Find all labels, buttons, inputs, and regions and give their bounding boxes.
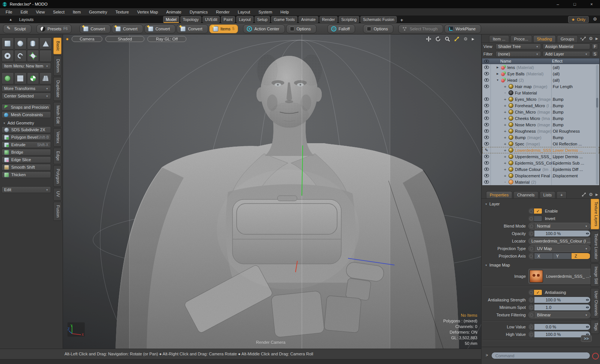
view-dropdown[interactable]: Shader Tree ▼ [495,43,541,49]
enable-checkbox[interactable]: ✓Enable [528,208,558,214]
layout-tab[interactable]: Topology [180,16,201,23]
menu-item[interactable]: Vertex Map [133,8,162,16]
toolbar-button[interactable]: Options [363,24,393,33]
toolbox-tab[interactable]: Polygon [53,165,62,187]
visibility-toggle[interactable] [482,66,490,69]
layer-effect[interactable]: (all) [553,72,560,76]
layer-effect[interactable]: Lower Dermis ... [553,148,583,153]
menu-item[interactable]: Select [49,8,69,16]
toolbar-button[interactable]: Falloff [327,24,356,33]
visibility-toggle[interactable] [482,85,490,88]
center-selected-dropdown[interactable]: Center Selected ▼ [2,93,51,99]
shader-tree-row[interactable]: Upperdermis_SSS_ ... Upper Dermis ... [482,153,599,160]
menu-item[interactable]: Texture [111,8,133,16]
command-input[interactable] [491,352,590,359]
invert-checkbox[interactable]: Invert [528,216,555,222]
shader-tree-row[interactable]: Epidermis_SSS_Col ... Epidermis Sub ... [482,160,599,166]
toolbar-button[interactable]: Convert [112,24,143,33]
shader-tree-row[interactable]: Roughness (Image) Oil Roughness [482,128,599,134]
channel-dot[interactable] [529,331,534,337]
opacity-field[interactable]: 100.0 % [528,230,591,237]
toolbar-button[interactable]: Options [286,24,316,33]
toolbox-tab[interactable]: Fusion [53,202,62,221]
add-layer-dropdown[interactable]: Add Layer ▼ [543,51,590,57]
stepper-arrows[interactable] [584,297,590,303]
channel-dot[interactable] [528,289,534,295]
aa-strength-field[interactable]: 100.0 % [528,297,591,303]
primitive-tool-button[interactable] [2,50,14,62]
f-button[interactable]: F [592,43,598,49]
menu-item[interactable]: Item [69,8,85,16]
primitive-tool-button[interactable] [27,37,39,49]
viewport-mode-button[interactable]: Shaded [105,36,144,42]
channel-dot[interactable] [528,253,534,259]
layer-effect[interactable]: Oil Roughness [553,129,580,133]
primitive-tool-button[interactable] [39,50,52,62]
visibility-toggle[interactable] [482,123,490,126]
layer-effect[interactable]: Epidermis Diff ... [553,167,583,172]
layout-tab[interactable]: Setup [255,16,270,23]
expand-toggle[interactable] [502,97,508,102]
expand-toggle[interactable] [502,154,508,159]
menu-item[interactable]: System [254,8,276,16]
primitive-tool-button[interactable] [14,37,27,49]
shader-tree-row[interactable]: Material (2) [482,179,599,185]
channel-dot[interactable] [528,216,534,222]
layout-tab[interactable]: Paint [221,16,235,23]
texture-filtering-dropdown[interactable]: Bilinear▼ [528,312,591,318]
viewport-gear-icon[interactable]: ⚙ [464,36,468,42]
layout-tab[interactable]: Layout [236,16,254,23]
gear-icon[interactable]: ⚙ [593,16,597,22]
minimize-button[interactable]: – [549,0,566,8]
layout-tab[interactable]: Animate [298,16,318,23]
add-geometry-section-header[interactable]: ▼ Add Geometry [3,121,50,125]
only-toggle[interactable]: ★ Only [568,16,589,23]
toolbar-button[interactable]: Sculpt [3,24,32,33]
more-transforms-dropdown[interactable]: More Transforms ▼ [2,85,51,92]
expand-toggle[interactable] [502,123,508,127]
toolbox-tab[interactable]: Deform [53,55,62,76]
viewport-mode-button[interactable]: Ray GL: Off [147,36,186,42]
layer-effect[interactable]: (all) [553,65,560,70]
shader-tree-row[interactable]: Eyes_Micro (Image ... Bump [482,96,599,102]
pop-out-icon[interactable] [582,36,586,41]
channel-dot[interactable] [528,208,534,214]
expand-toggle[interactable] [502,148,508,153]
expand-toggle[interactable] [502,84,508,89]
menu-item[interactable]: Geometry [85,8,111,16]
toolbox-tab[interactable]: Edge [53,148,62,164]
low-value-field[interactable]: 0.0 % [528,324,591,330]
viewport-menu-dot[interactable] [66,38,69,40]
expand-toggle[interactable] [495,78,500,82]
s-button[interactable]: S [592,51,598,57]
toolbar-button[interactable]: Presets F6 [36,24,72,33]
blend-mode-dropdown[interactable]: Normal▼ [528,223,591,229]
item-tool-button[interactable] [39,72,52,84]
viewport-mode-button[interactable]: Camera [72,36,102,42]
expand-toggle[interactable] [502,91,508,94]
menu-item[interactable]: Layout [234,8,254,16]
menu-item[interactable]: Animate [162,8,185,16]
toolbox-tab[interactable]: Mesh Edit [53,102,62,127]
channel-dot[interactable] [529,304,534,310]
pan-icon[interactable] [426,36,431,42]
tree-scrollbar[interactable] [596,65,598,184]
toolbar-button[interactable]: Convert [144,24,176,33]
visibility-toggle[interactable] [482,78,490,82]
visibility-toggle[interactable] [482,174,490,177]
collapse-arrow-icon[interactable]: ▲ [9,18,12,21]
properties-tab[interactable]: + [556,191,566,198]
filter-dropdown[interactable]: (none) ▼ [495,51,541,57]
primitive-tool-button[interactable] [2,37,14,49]
tree-scrollbar-thumb[interactable] [596,98,598,108]
geometry-tool-button[interactable]: Smooth Shift [2,164,51,171]
shader-tree-row[interactable]: Head (2) (all) [482,77,599,83]
layer-effect[interactable]: Displacement [553,174,578,178]
layout-tab[interactable]: Schematic Fusion [360,16,397,23]
layer-effect[interactable]: Bump [553,103,564,108]
right-side-tab[interactable]: User Channels [591,288,599,319]
shader-tree-row[interactable]: Hair map (Image) Fur Length [482,83,599,90]
channel-dot[interactable] [529,231,534,237]
snaps-precision-button[interactable]: Snaps and Precision [2,104,51,111]
expand-toggle[interactable] [502,103,508,108]
